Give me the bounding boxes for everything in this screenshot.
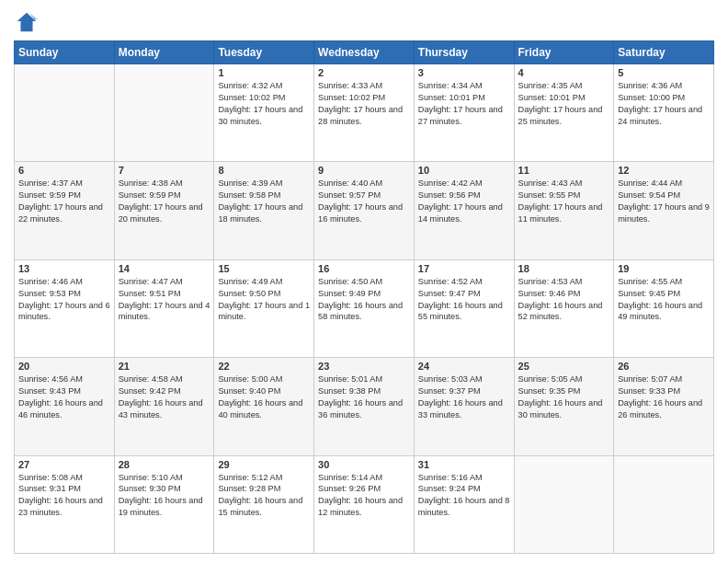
- logo: [14, 9, 43, 35]
- day-info: Sunrise: 5:03 AM Sunset: 9:37 PM Dayligh…: [418, 373, 510, 421]
- calendar-cell: 18Sunrise: 4:53 AM Sunset: 9:46 PM Dayli…: [514, 259, 614, 357]
- calendar-header-saturday: Saturday: [614, 41, 714, 64]
- day-info: Sunrise: 5:07 AM Sunset: 9:33 PM Dayligh…: [618, 373, 710, 421]
- day-info: Sunrise: 4:58 AM Sunset: 9:42 PM Dayligh…: [119, 373, 210, 421]
- calendar-cell: 14Sunrise: 4:47 AM Sunset: 9:51 PM Dayli…: [114, 259, 214, 357]
- day-info: Sunrise: 4:49 AM Sunset: 9:50 PM Dayligh…: [218, 276, 310, 324]
- day-info: Sunrise: 4:33 AM Sunset: 10:02 PM Daylig…: [318, 80, 410, 128]
- day-info: Sunrise: 5:12 AM Sunset: 9:28 PM Dayligh…: [218, 472, 310, 520]
- day-info: Sunrise: 4:44 AM Sunset: 9:54 PM Dayligh…: [618, 178, 710, 225]
- day-number: 17: [418, 263, 510, 274]
- day-info: Sunrise: 5:16 AM Sunset: 9:24 PM Dayligh…: [418, 472, 510, 520]
- day-info: Sunrise: 5:14 AM Sunset: 9:26 PM Dayligh…: [318, 472, 410, 520]
- calendar-cell: [15, 64, 115, 162]
- day-number: 27: [18, 459, 110, 470]
- day-number: 3: [418, 67, 510, 78]
- day-info: Sunrise: 4:32 AM Sunset: 10:02 PM Daylig…: [218, 80, 310, 128]
- calendar-cell: 16Sunrise: 4:50 AM Sunset: 9:49 PM Dayli…: [314, 259, 415, 357]
- day-info: Sunrise: 5:01 AM Sunset: 9:38 PM Dayligh…: [318, 373, 410, 421]
- day-number: 11: [518, 165, 610, 176]
- calendar-cell: 4Sunrise: 4:35 AM Sunset: 10:01 PM Dayli…: [514, 64, 614, 162]
- day-number: 6: [18, 165, 110, 176]
- calendar-cell: 23Sunrise: 5:01 AM Sunset: 9:38 PM Dayli…: [314, 358, 415, 455]
- day-info: Sunrise: 4:50 AM Sunset: 9:49 PM Dayligh…: [318, 276, 410, 324]
- day-info: Sunrise: 4:39 AM Sunset: 9:58 PM Dayligh…: [218, 178, 310, 225]
- calendar-header-tuesday: Tuesday: [214, 41, 314, 64]
- day-info: Sunrise: 4:46 AM Sunset: 9:53 PM Dayligh…: [18, 276, 110, 324]
- calendar-week-5: 27Sunrise: 5:08 AM Sunset: 9:31 PM Dayli…: [15, 455, 714, 553]
- svg-marker-0: [17, 13, 37, 32]
- calendar-cell: [114, 64, 214, 162]
- calendar-week-2: 6Sunrise: 4:37 AM Sunset: 9:59 PM Daylig…: [15, 162, 714, 259]
- day-number: 26: [618, 361, 710, 372]
- calendar-cell: 15Sunrise: 4:49 AM Sunset: 9:50 PM Dayli…: [214, 259, 314, 357]
- day-info: Sunrise: 4:52 AM Sunset: 9:47 PM Dayligh…: [418, 276, 510, 324]
- page: SundayMondayTuesdayWednesdayThursdayFrid…: [0, 0, 728, 563]
- day-info: Sunrise: 5:10 AM Sunset: 9:30 PM Dayligh…: [119, 472, 210, 520]
- logo-icon: [14, 9, 40, 35]
- calendar-header-sunday: Sunday: [15, 41, 115, 64]
- day-info: Sunrise: 4:36 AM Sunset: 10:00 PM Daylig…: [618, 80, 710, 128]
- calendar-header-monday: Monday: [114, 41, 214, 64]
- calendar-header-wednesday: Wednesday: [314, 41, 415, 64]
- day-number: 15: [218, 263, 310, 274]
- day-number: 24: [418, 361, 510, 372]
- day-number: 12: [618, 165, 710, 176]
- calendar-cell: 3Sunrise: 4:34 AM Sunset: 10:01 PM Dayli…: [414, 64, 514, 162]
- calendar-header-thursday: Thursday: [414, 41, 514, 64]
- day-info: Sunrise: 4:47 AM Sunset: 9:51 PM Dayligh…: [119, 276, 210, 324]
- header: [14, 9, 714, 35]
- day-number: 7: [119, 165, 210, 176]
- calendar-cell: 19Sunrise: 4:55 AM Sunset: 9:45 PM Dayli…: [614, 259, 714, 357]
- day-number: 30: [318, 459, 410, 470]
- day-number: 4: [518, 67, 610, 78]
- day-number: 8: [218, 165, 310, 176]
- calendar-cell: [614, 455, 714, 553]
- calendar-cell: 6Sunrise: 4:37 AM Sunset: 9:59 PM Daylig…: [15, 162, 115, 259]
- calendar-week-3: 13Sunrise: 4:46 AM Sunset: 9:53 PM Dayli…: [15, 259, 714, 357]
- day-info: Sunrise: 4:53 AM Sunset: 9:46 PM Dayligh…: [518, 276, 610, 324]
- day-info: Sunrise: 4:38 AM Sunset: 9:59 PM Dayligh…: [119, 178, 210, 225]
- day-number: 1: [218, 67, 310, 78]
- calendar-cell: 2Sunrise: 4:33 AM Sunset: 10:02 PM Dayli…: [314, 64, 415, 162]
- calendar-cell: 24Sunrise: 5:03 AM Sunset: 9:37 PM Dayli…: [414, 358, 514, 455]
- day-number: 20: [18, 361, 110, 372]
- calendar-cell: 7Sunrise: 4:38 AM Sunset: 9:59 PM Daylig…: [114, 162, 214, 259]
- calendar-cell: 26Sunrise: 5:07 AM Sunset: 9:33 PM Dayli…: [614, 358, 714, 455]
- day-number: 22: [218, 361, 310, 372]
- day-number: 14: [119, 263, 210, 274]
- day-info: Sunrise: 4:42 AM Sunset: 9:56 PM Dayligh…: [418, 178, 510, 225]
- day-info: Sunrise: 5:08 AM Sunset: 9:31 PM Dayligh…: [18, 472, 110, 520]
- calendar-cell: 13Sunrise: 4:46 AM Sunset: 9:53 PM Dayli…: [15, 259, 115, 357]
- day-number: 2: [318, 67, 410, 78]
- day-number: 25: [518, 361, 610, 372]
- day-number: 31: [418, 459, 510, 470]
- day-info: Sunrise: 4:37 AM Sunset: 9:59 PM Dayligh…: [18, 178, 110, 225]
- calendar-week-1: 1Sunrise: 4:32 AM Sunset: 10:02 PM Dayli…: [15, 64, 714, 162]
- calendar-cell: 29Sunrise: 5:12 AM Sunset: 9:28 PM Dayli…: [214, 455, 314, 553]
- calendar-cell: 20Sunrise: 4:56 AM Sunset: 9:43 PM Dayli…: [15, 358, 115, 455]
- calendar-week-4: 20Sunrise: 4:56 AM Sunset: 9:43 PM Dayli…: [15, 358, 714, 455]
- calendar-cell: 25Sunrise: 5:05 AM Sunset: 9:35 PM Dayli…: [514, 358, 614, 455]
- day-info: Sunrise: 5:00 AM Sunset: 9:40 PM Dayligh…: [218, 373, 310, 421]
- calendar-cell: 10Sunrise: 4:42 AM Sunset: 9:56 PM Dayli…: [414, 162, 514, 259]
- calendar-cell: 27Sunrise: 5:08 AM Sunset: 9:31 PM Dayli…: [15, 455, 115, 553]
- day-number: 5: [618, 67, 710, 78]
- day-info: Sunrise: 4:34 AM Sunset: 10:01 PM Daylig…: [418, 80, 510, 128]
- calendar-cell: 22Sunrise: 5:00 AM Sunset: 9:40 PM Dayli…: [214, 358, 314, 455]
- day-number: 9: [318, 165, 410, 176]
- day-number: 29: [218, 459, 310, 470]
- day-number: 28: [119, 459, 210, 470]
- calendar-cell: [514, 455, 614, 553]
- calendar-header-friday: Friday: [514, 41, 614, 64]
- day-number: 10: [418, 165, 510, 176]
- calendar-cell: 9Sunrise: 4:40 AM Sunset: 9:57 PM Daylig…: [314, 162, 415, 259]
- day-info: Sunrise: 4:55 AM Sunset: 9:45 PM Dayligh…: [618, 276, 710, 324]
- day-info: Sunrise: 4:35 AM Sunset: 10:01 PM Daylig…: [518, 80, 610, 128]
- day-number: 21: [119, 361, 210, 372]
- calendar-table: SundayMondayTuesdayWednesdayThursdayFrid…: [14, 40, 714, 554]
- calendar-cell: 11Sunrise: 4:43 AM Sunset: 9:55 PM Dayli…: [514, 162, 614, 259]
- calendar-cell: 30Sunrise: 5:14 AM Sunset: 9:26 PM Dayli…: [314, 455, 415, 553]
- day-info: Sunrise: 4:56 AM Sunset: 9:43 PM Dayligh…: [18, 373, 110, 421]
- calendar-cell: 28Sunrise: 5:10 AM Sunset: 9:30 PM Dayli…: [114, 455, 214, 553]
